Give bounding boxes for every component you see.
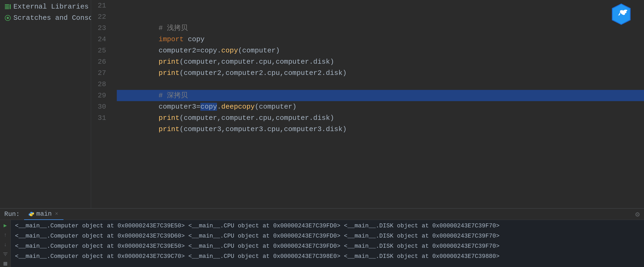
tab-close-button[interactable]: ×: [54, 210, 59, 218]
svg-rect-3: [5, 8, 9, 9]
app-logo: [609, 2, 633, 26]
output-line-2: <__main__.Computer object at 0x00000243E…: [15, 231, 640, 241]
scroll-up-button[interactable]: ↑: [1, 232, 10, 238]
line-num-26: 26: [91, 56, 106, 67]
line-num-27: 27: [91, 67, 106, 79]
code-line-23: import copy: [117, 22, 644, 34]
editor-area: 21 22 23 24 25 26 27 28 29 30 31 # 浅拷贝: [91, 0, 644, 208]
svg-rect-12: [3, 262, 7, 266]
line-num-21: 21: [91, 0, 106, 11]
svg-point-6: [7, 17, 9, 19]
run-label: Run:: [0, 209, 24, 220]
output-content: <__main__.Computer object at 0x00000243E…: [11, 220, 644, 267]
line-numbers: 21 22 23 24 25 26 27 28 29 30 31: [91, 0, 113, 208]
svg-rect-0: [5, 4, 9, 5]
run-play-button[interactable]: ▶: [1, 222, 10, 229]
svg-rect-1: [5, 6, 9, 6]
main-tab[interactable]: main ×: [24, 209, 64, 220]
line-num-24: 24: [91, 34, 106, 45]
output-line-1: <__main__.Computer object at 0x00000243E…: [15, 221, 640, 231]
line-num-22: 22: [91, 11, 106, 22]
filter-button[interactable]: [1, 251, 10, 258]
sidebar-item-external-libraries[interactable]: External Libraries: [0, 1, 91, 12]
svg-rect-2: [5, 7, 9, 8]
code-content[interactable]: # 浅拷贝 import copy computer2=copy.copy(co…: [113, 0, 644, 208]
bottom-panel: Run: main × ⚙ ▶ ↑ ↓: [0, 208, 644, 267]
output-line-4: <__main__.Computer object at 0x00000243E…: [15, 251, 640, 262]
main-layout: External Libraries Scratches and Console…: [0, 0, 644, 208]
sidebar-item-scratches-consoles[interactable]: Scratches and Consoles: [0, 12, 91, 24]
sidebar-external-libraries-label: External Libraries: [13, 3, 89, 11]
line-num-29: 29: [91, 90, 106, 101]
line-num-30: 30: [91, 101, 106, 112]
sidebar: External Libraries Scratches and Console…: [0, 0, 91, 208]
output-line-3: <__main__.Computer object at 0x00000243E…: [15, 241, 640, 251]
logo-area: [609, 2, 633, 28]
line-num-31: 31: [91, 112, 106, 124]
svg-rect-10: [4, 254, 7, 254]
code-line-28: # 深拷贝: [117, 79, 644, 90]
line-num-25: 25: [91, 45, 106, 56]
code-line-22: # 浅拷贝: [117, 11, 644, 22]
external-libraries-icon: [4, 3, 11, 10]
svg-rect-9: [3, 253, 8, 253]
code-line-29: computer3=copy.deepcopy(computer): [117, 90, 644, 101]
scratches-icon: [4, 14, 11, 21]
code-container: 21 22 23 24 25 26 27 28 29 30 31 # 浅拷贝: [91, 0, 644, 208]
python-icon: [28, 211, 34, 217]
run-toolbar: ▶ ↑ ↓: [0, 220, 11, 267]
line-num-23: 23: [91, 22, 106, 34]
line-num-28: 28: [91, 79, 106, 90]
settings-icon[interactable]: ⚙: [635, 210, 644, 219]
code-line-21: [117, 0, 644, 11]
svg-rect-4: [10, 4, 11, 9]
scroll-down-button[interactable]: ↓: [1, 242, 10, 248]
panel-tabs: Run: main × ⚙: [0, 209, 644, 220]
stop-button[interactable]: [1, 261, 10, 267]
run-output: ▶ ↑ ↓ <__main__.Computer object at 0x000…: [0, 220, 644, 267]
svg-rect-11: [5, 255, 6, 256]
main-tab-label: main: [36, 210, 52, 218]
